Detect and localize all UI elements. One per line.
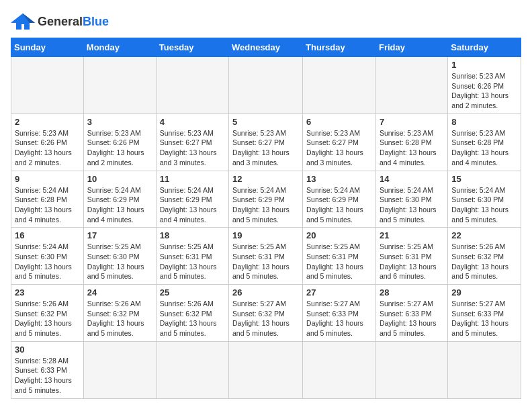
calendar-table: SundayMondayTuesdayWednesdayThursdayFrid… bbox=[11, 38, 521, 399]
calendar-cell: 2Sunrise: 5:23 AM Sunset: 6:26 PM Daylig… bbox=[11, 113, 84, 171]
day-info: Sunrise: 5:25 AM Sunset: 6:30 PM Dayligh… bbox=[87, 242, 152, 281]
calendar-cell bbox=[229, 341, 303, 398]
day-number: 12 bbox=[232, 174, 299, 184]
day-number: 3 bbox=[87, 117, 152, 127]
calendar-cell bbox=[156, 57, 228, 114]
calendar-cell bbox=[83, 57, 156, 114]
day-info: Sunrise: 5:27 AM Sunset: 6:32 PM Dayligh… bbox=[232, 299, 299, 338]
calendar-cell bbox=[303, 341, 376, 398]
calendar-cell: 19Sunrise: 5:25 AM Sunset: 6:31 PM Dayli… bbox=[229, 228, 303, 285]
calendar-cell: 6Sunrise: 5:23 AM Sunset: 6:27 PM Daylig… bbox=[303, 113, 376, 171]
day-info: Sunrise: 5:23 AM Sunset: 6:26 PM Dayligh… bbox=[451, 71, 517, 111]
weekday-header-row: SundayMondayTuesdayWednesdayThursdayFrid… bbox=[11, 38, 521, 57]
day-number: 28 bbox=[380, 287, 444, 298]
day-number: 23 bbox=[15, 287, 80, 298]
day-info: Sunrise: 5:25 AM Sunset: 6:31 PM Dayligh… bbox=[380, 242, 444, 281]
calendar-cell bbox=[375, 341, 447, 398]
calendar-week-row: 23Sunrise: 5:26 AM Sunset: 6:32 PM Dayli… bbox=[11, 285, 521, 342]
calendar-week-row: 1Sunrise: 5:23 AM Sunset: 6:26 PM Daylig… bbox=[11, 57, 521, 114]
calendar-cell: 18Sunrise: 5:25 AM Sunset: 6:31 PM Dayli… bbox=[156, 228, 228, 285]
calendar-cell bbox=[156, 341, 228, 398]
calendar-cell: 27Sunrise: 5:27 AM Sunset: 6:33 PM Dayli… bbox=[303, 285, 376, 342]
calendar-cell: 12Sunrise: 5:24 AM Sunset: 6:29 PM Dayli… bbox=[229, 171, 303, 228]
calendar-cell: 25Sunrise: 5:26 AM Sunset: 6:32 PM Dayli… bbox=[156, 285, 228, 342]
calendar-cell: 28Sunrise: 5:27 AM Sunset: 6:33 PM Dayli… bbox=[375, 285, 447, 342]
day-info: Sunrise: 5:24 AM Sunset: 6:30 PM Dayligh… bbox=[380, 185, 444, 225]
calendar-cell: 10Sunrise: 5:24 AM Sunset: 6:29 PM Dayli… bbox=[83, 171, 156, 228]
day-number: 10 bbox=[87, 174, 152, 184]
day-info: Sunrise: 5:26 AM Sunset: 6:32 PM Dayligh… bbox=[87, 299, 152, 338]
day-info: Sunrise: 5:24 AM Sunset: 6:29 PM Dayligh… bbox=[232, 185, 299, 225]
day-info: Sunrise: 5:23 AM Sunset: 6:27 PM Dayligh… bbox=[160, 128, 225, 168]
day-info: Sunrise: 5:27 AM Sunset: 6:33 PM Dayligh… bbox=[306, 299, 372, 338]
calendar-cell bbox=[83, 341, 156, 398]
day-number: 20 bbox=[306, 230, 372, 240]
calendar-cell: 9Sunrise: 5:24 AM Sunset: 6:28 PM Daylig… bbox=[11, 171, 84, 228]
day-number: 30 bbox=[15, 345, 80, 355]
day-info: Sunrise: 5:24 AM Sunset: 6:28 PM Dayligh… bbox=[15, 185, 80, 225]
calendar-cell: 8Sunrise: 5:23 AM Sunset: 6:28 PM Daylig… bbox=[448, 113, 521, 171]
day-number: 29 bbox=[451, 287, 517, 298]
calendar-cell: 14Sunrise: 5:24 AM Sunset: 6:30 PM Dayli… bbox=[375, 171, 447, 228]
weekday-header-tuesday: Tuesday bbox=[156, 38, 228, 57]
weekday-header-thursday: Thursday bbox=[303, 38, 376, 57]
day-number: 8 bbox=[451, 117, 517, 127]
page-header: GeneralBlue bbox=[11, 11, 521, 32]
day-info: Sunrise: 5:27 AM Sunset: 6:33 PM Dayligh… bbox=[451, 299, 517, 338]
day-info: Sunrise: 5:25 AM Sunset: 6:31 PM Dayligh… bbox=[306, 242, 372, 281]
day-info: Sunrise: 5:24 AM Sunset: 6:29 PM Dayligh… bbox=[160, 185, 225, 225]
calendar-cell: 16Sunrise: 5:24 AM Sunset: 6:30 PM Dayli… bbox=[11, 228, 84, 285]
day-number: 16 bbox=[15, 230, 80, 240]
logo-bird-icon bbox=[11, 11, 35, 32]
day-info: Sunrise: 5:26 AM Sunset: 6:32 PM Dayligh… bbox=[160, 299, 225, 338]
day-number: 25 bbox=[160, 287, 225, 298]
day-info: Sunrise: 5:23 AM Sunset: 6:27 PM Dayligh… bbox=[232, 128, 299, 168]
calendar-cell bbox=[448, 341, 521, 398]
day-number: 26 bbox=[232, 287, 299, 298]
calendar-cell: 1Sunrise: 5:23 AM Sunset: 6:26 PM Daylig… bbox=[448, 57, 521, 114]
calendar-cell: 3Sunrise: 5:23 AM Sunset: 6:26 PM Daylig… bbox=[83, 113, 156, 171]
calendar-week-row: 16Sunrise: 5:24 AM Sunset: 6:30 PM Dayli… bbox=[11, 228, 521, 285]
day-info: Sunrise: 5:23 AM Sunset: 6:28 PM Dayligh… bbox=[380, 128, 444, 168]
day-info: Sunrise: 5:23 AM Sunset: 6:28 PM Dayligh… bbox=[451, 128, 517, 168]
calendar-cell bbox=[303, 57, 376, 114]
calendar-cell: 23Sunrise: 5:26 AM Sunset: 6:32 PM Dayli… bbox=[11, 285, 84, 342]
day-info: Sunrise: 5:28 AM Sunset: 6:33 PM Dayligh… bbox=[15, 356, 80, 396]
day-number: 9 bbox=[15, 174, 80, 184]
day-number: 18 bbox=[160, 230, 225, 240]
calendar-cell: 24Sunrise: 5:26 AM Sunset: 6:32 PM Dayli… bbox=[83, 285, 156, 342]
calendar-cell: 22Sunrise: 5:26 AM Sunset: 6:32 PM Dayli… bbox=[448, 228, 521, 285]
calendar-cell: 15Sunrise: 5:24 AM Sunset: 6:30 PM Dayli… bbox=[448, 171, 521, 228]
day-number: 27 bbox=[306, 287, 372, 298]
day-info: Sunrise: 5:26 AM Sunset: 6:32 PM Dayligh… bbox=[15, 299, 80, 338]
calendar-cell: 26Sunrise: 5:27 AM Sunset: 6:32 PM Dayli… bbox=[229, 285, 303, 342]
day-number: 17 bbox=[87, 230, 152, 240]
calendar-cell: 21Sunrise: 5:25 AM Sunset: 6:31 PM Dayli… bbox=[375, 228, 447, 285]
day-number: 15 bbox=[451, 174, 517, 184]
day-number: 22 bbox=[451, 230, 517, 240]
day-info: Sunrise: 5:23 AM Sunset: 6:26 PM Dayligh… bbox=[15, 128, 80, 168]
day-info: Sunrise: 5:24 AM Sunset: 6:30 PM Dayligh… bbox=[451, 185, 517, 225]
day-number: 7 bbox=[380, 117, 444, 127]
weekday-header-wednesday: Wednesday bbox=[229, 38, 303, 57]
day-number: 19 bbox=[232, 230, 299, 240]
weekday-header-saturday: Saturday bbox=[448, 38, 521, 57]
day-info: Sunrise: 5:24 AM Sunset: 6:30 PM Dayligh… bbox=[15, 242, 80, 281]
logo-text: GeneralBlue bbox=[38, 15, 109, 29]
calendar-cell: 29Sunrise: 5:27 AM Sunset: 6:33 PM Dayli… bbox=[448, 285, 521, 342]
calendar-cell bbox=[375, 57, 447, 114]
calendar-cell: 13Sunrise: 5:24 AM Sunset: 6:29 PM Dayli… bbox=[303, 171, 376, 228]
day-info: Sunrise: 5:25 AM Sunset: 6:31 PM Dayligh… bbox=[232, 242, 299, 281]
day-number: 5 bbox=[232, 117, 299, 127]
weekday-header-friday: Friday bbox=[375, 38, 447, 57]
calendar-cell: 30Sunrise: 5:28 AM Sunset: 6:33 PM Dayli… bbox=[11, 341, 84, 398]
day-info: Sunrise: 5:25 AM Sunset: 6:31 PM Dayligh… bbox=[160, 242, 225, 281]
calendar-cell: 20Sunrise: 5:25 AM Sunset: 6:31 PM Dayli… bbox=[303, 228, 376, 285]
calendar-cell bbox=[11, 57, 84, 114]
day-number: 6 bbox=[306, 117, 372, 127]
calendar-cell: 7Sunrise: 5:23 AM Sunset: 6:28 PM Daylig… bbox=[375, 113, 447, 171]
calendar-cell: 4Sunrise: 5:23 AM Sunset: 6:27 PM Daylig… bbox=[156, 113, 228, 171]
weekday-header-monday: Monday bbox=[83, 38, 156, 57]
day-number: 21 bbox=[380, 230, 444, 240]
day-number: 13 bbox=[306, 174, 372, 184]
